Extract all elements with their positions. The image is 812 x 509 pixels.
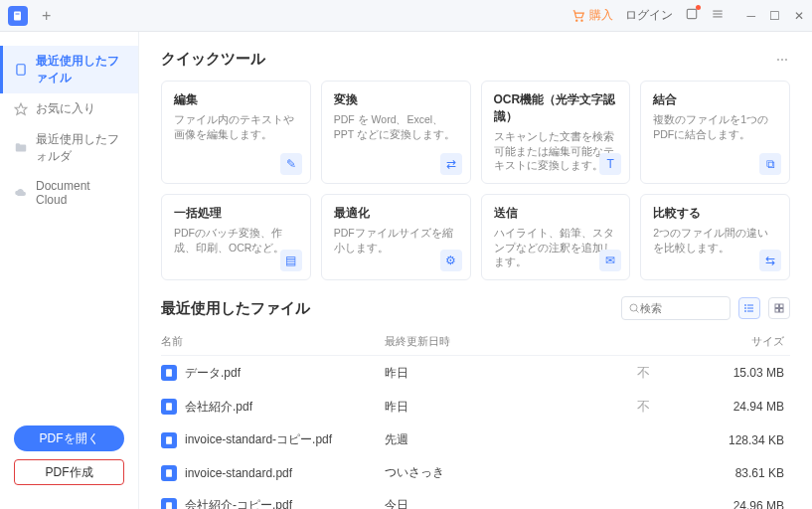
card-title: OCR機能（光学文字認識） <box>494 91 618 125</box>
svg-rect-8 <box>17 65 25 76</box>
file-date: ついさっき <box>385 464 573 481</box>
svg-rect-21 <box>780 309 784 313</box>
card-title: 送信 <box>494 205 618 222</box>
file-list: データ.pdf 昨日 不 15.03 MB 会社紹介.pdf 昨日 不 24.9… <box>161 356 790 509</box>
file-size: 128.34 KB <box>713 433 790 447</box>
titlebar: + 購入 ログイン ─ ☐ ✕ <box>0 0 812 32</box>
login-link[interactable]: ログイン <box>625 7 673 24</box>
card-icon: ▤ <box>280 250 302 271</box>
quicktool-card[interactable]: OCR機能（光学文字認識） スキャンした文書を検索可能または編集可能なテキストに… <box>481 81 631 184</box>
quicktool-card[interactable]: 編集 ファイル内のテキストや画像を編集します。 ✎ <box>161 81 311 184</box>
pin-cell: 不 <box>573 398 713 416</box>
pdf-file-icon <box>161 465 177 481</box>
sidebar-item-label: お気に入り <box>36 100 95 117</box>
svg-marker-9 <box>15 103 27 114</box>
svg-rect-23 <box>166 403 172 411</box>
maximize-button[interactable]: ☐ <box>769 9 780 23</box>
create-pdf-button[interactable]: PDF作成 <box>14 459 124 485</box>
card-icon: ⧉ <box>759 153 781 175</box>
table-row[interactable]: 会社紹介.pdf 昨日 不 24.94 MB <box>161 390 790 424</box>
card-icon: ⇆ <box>759 250 781 271</box>
sidebar-item-favorites[interactable]: お気に入り <box>0 93 138 124</box>
svg-point-17 <box>745 311 746 312</box>
card-title: 比較する <box>653 205 777 222</box>
notification-icon[interactable] <box>685 7 699 24</box>
card-desc: 複数のファイルを1つのPDFに結合します。 <box>653 112 777 141</box>
pin-cell: 不 <box>573 364 713 382</box>
card-desc: PDFのバッチ変換、作成、印刷、OCRなど。 <box>174 226 298 254</box>
file-name: データ.pdf <box>185 365 241 382</box>
sidebar-item-label: 最近使用したフォルダ <box>36 131 124 165</box>
file-name: invoice-standard-コピー.pdf <box>185 431 332 448</box>
svg-rect-26 <box>166 502 172 509</box>
sidebar-item-document-cloud[interactable]: Document Cloud <box>0 172 138 214</box>
file-name: 会社紹介-コピー.pdf <box>185 497 292 509</box>
svg-rect-22 <box>166 369 172 377</box>
file-date: 今日 <box>385 497 573 509</box>
folder-icon <box>14 141 28 155</box>
file-date: 昨日 <box>385 365 573 382</box>
quicktool-card[interactable]: 最適化 PDFファイルサイズを縮小します。 ⚙ <box>321 194 471 280</box>
quicktools-grid: 編集 ファイル内のテキストや画像を編集します。 ✎変換 PDF を Word、E… <box>161 81 790 280</box>
table-row[interactable]: invoice-standard.pdf ついさっき 83.61 KB <box>161 456 790 489</box>
quicktool-card[interactable]: 送信 ハイライト、鉛筆、スタンプなどの注釈を追加します。 ✉ <box>481 194 631 280</box>
card-title: 変換 <box>334 91 458 108</box>
svg-point-16 <box>745 308 746 309</box>
open-pdf-button[interactable]: PDFを開く <box>14 425 124 451</box>
sidebar: 最近使用したファイル お気に入り 最近使用したフォルダ Document Clo… <box>0 32 139 509</box>
search-input[interactable] <box>640 302 710 314</box>
pdf-file-icon <box>161 498 177 509</box>
search-box[interactable] <box>621 296 731 320</box>
quicktools-more[interactable]: ⋯ <box>776 53 790 67</box>
file-size: 24.96 MB <box>713 499 790 509</box>
card-title: 編集 <box>174 91 298 108</box>
sidebar-item-recent-files[interactable]: 最近使用したファイル <box>0 46 138 93</box>
card-title: 一括処理 <box>174 205 298 222</box>
pin-icon[interactable]: 不 <box>637 365 650 380</box>
col-size: サイズ <box>713 334 790 349</box>
table-header: 名前 最終更新日時 サイズ <box>161 328 790 356</box>
col-date: 最終更新日時 <box>385 334 573 349</box>
pin-icon[interactable]: 不 <box>637 399 650 414</box>
svg-rect-0 <box>14 11 21 20</box>
svg-point-10 <box>630 304 637 311</box>
svg-point-2 <box>576 20 577 21</box>
card-icon: ⇄ <box>440 153 462 175</box>
sidebar-item-label: Document Cloud <box>36 179 124 207</box>
quicktool-card[interactable]: 比較する 2つのファイル間の違いを比較します。 ⇆ <box>640 194 790 280</box>
quicktool-card[interactable]: 結合 複数のファイルを1つのPDFに結合します。 ⧉ <box>640 81 790 184</box>
table-row[interactable]: データ.pdf 昨日 不 15.03 MB <box>161 356 790 390</box>
sidebar-item-recent-folders[interactable]: 最近使用したフォルダ <box>0 124 138 172</box>
quicktool-card[interactable]: 一括処理 PDFのバッチ変換、作成、印刷、OCRなど。 ▤ <box>161 194 311 280</box>
purchase-label: 購入 <box>589 7 613 24</box>
file-date: 昨日 <box>385 399 573 416</box>
card-desc: PDF を Word、Excel、PPT などに変換します。 <box>334 112 458 141</box>
quicktools-title: クイックツール <box>161 50 265 69</box>
menu-icon[interactable] <box>711 7 725 24</box>
sidebar-item-label: 最近使用したファイル <box>36 53 124 86</box>
quicktool-card[interactable]: 変換 PDF を Word、Excel、PPT などに変換します。 ⇄ <box>321 81 471 184</box>
card-desc: ファイル内のテキストや画像を編集します。 <box>174 112 298 141</box>
file-size: 24.94 MB <box>713 400 790 414</box>
purchase-link[interactable]: 購入 <box>571 7 613 24</box>
new-tab-button[interactable]: + <box>36 7 57 25</box>
svg-line-11 <box>636 310 639 313</box>
table-row[interactable]: 会社紹介-コピー.pdf 今日 24.96 MB <box>161 489 790 509</box>
file-size: 15.03 MB <box>713 366 790 380</box>
cart-icon <box>571 9 585 23</box>
close-button[interactable]: ✕ <box>794 9 804 23</box>
main-content: クイックツール ⋯ 編集 ファイル内のテキストや画像を編集します。 ✎変換 PD… <box>139 32 812 509</box>
card-icon: ✉ <box>599 250 621 271</box>
svg-point-3 <box>581 20 582 21</box>
file-name: 会社紹介.pdf <box>185 399 252 416</box>
minimize-button[interactable]: ─ <box>746 9 755 23</box>
card-title: 最適化 <box>334 205 458 222</box>
table-row[interactable]: invoice-standard-コピー.pdf 先週 128.34 KB <box>161 424 790 456</box>
pdf-file-icon <box>161 432 177 448</box>
recent-title: 最近使用したファイル <box>161 299 310 318</box>
grid-view-button[interactable] <box>768 297 790 319</box>
pdf-file-icon <box>161 399 177 415</box>
svg-rect-24 <box>166 436 172 444</box>
list-view-button[interactable] <box>738 297 760 319</box>
app-logo <box>8 6 28 26</box>
